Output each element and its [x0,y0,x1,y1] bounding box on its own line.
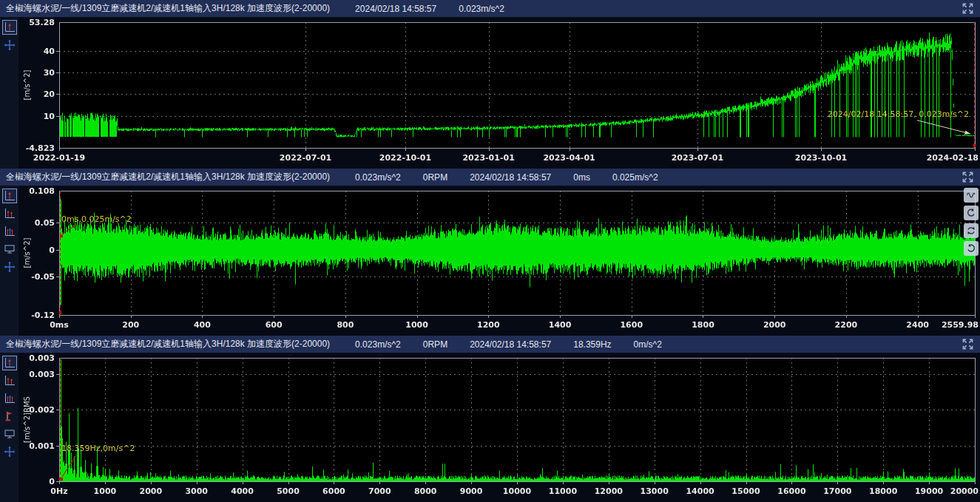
measurement-value: 2024/02/18 14:58:57 [355,4,436,14]
spectrum-panel: 全椒海螺水泥/一线/1309立磨减速机2/减速机1轴输入3H/128k 加速度波… [0,336,980,502]
chart-view-controls [964,188,979,256]
pan-tool[interactable] [2,38,17,52]
measurement-value: 2024/02/18 14:58:57 [470,172,551,183]
history-back-button[interactable] [964,206,979,220]
measurement-point-path: 全椒海螺水泥/一线/1309立磨减速机2/减速机1轴输入3H/128k 加速度波… [6,2,330,15]
trend-status-fields: 2024/02/18 14:58:570.023m/s^2 [355,4,504,14]
history-forward-button[interactable] [964,241,979,256]
harmonic-cursor-tool[interactable] [2,206,17,221]
flag-marker-tool[interactable] [2,409,17,424]
spectrum-status-fields: 0.023m/s^20RPM2024/02/18 14:58:5718.359H… [355,339,662,350]
waveform-view-button[interactable] [964,188,979,203]
waveform-titlebar: 全椒海螺水泥/一线/1309立磨减速机2/减速机1轴输入3H/128k 加速度波… [0,169,980,186]
measurement-point-path: 全椒海螺水泥/一线/1309立磨减速机2/减速机1轴输入3H/128k 加速度波… [6,171,330,183]
trend-chart-canvas[interactable] [18,18,980,169]
measurement-value: 0.023m/s^2 [355,339,401,350]
maximize-icon[interactable] [961,338,974,351]
waveform-panel: 全椒海螺水泥/一线/1309立磨减速机2/减速机1轴输入3H/128k 加速度波… [0,169,980,336]
screenshot-tool[interactable] [2,242,17,257]
measurement-value: 0.023m/s^2 [459,4,504,14]
waveform-status-fields: 0.023m/s^20RPM2024/02/18 14:58:570ms0.02… [355,172,658,183]
measurement-value: 0.025m/s^2 [612,172,658,183]
measurement-value: 0.023m/s^2 [355,172,401,183]
single-cursor-tool[interactable] [2,20,17,35]
pan-tool[interactable] [2,260,17,274]
measurement-value: 18.359Hz [573,339,611,350]
maximize-icon[interactable] [961,171,974,184]
waveform-chart-canvas[interactable] [18,186,980,336]
measurement-point-path: 全椒海螺水泥/一线/1309立磨减速机2/减速机1轴输入3H/128k 加速度波… [6,338,330,350]
single-cursor-tool[interactable] [2,189,17,203]
measurement-value: 0RPM [423,172,447,183]
trend-panel: 全椒海螺水泥/一线/1309立磨减速机2/减速机1轴输入3H/128k 加速度波… [0,0,980,169]
waveform-toolbar [0,186,18,336]
vibration-analysis-app: 全椒海螺水泥/一线/1309立磨减速机2/减速机1轴输入3H/128k 加速度波… [0,0,980,502]
reset-zoom-button[interactable] [964,223,979,238]
measurement-value: 2024/02/18 14:58:57 [470,339,551,350]
trend-toolbar [0,18,18,169]
pan-tool[interactable] [2,444,17,459]
maximize-icon[interactable] [961,2,974,16]
screenshot-tool[interactable] [2,427,17,441]
sideband-cursor-tool[interactable] [2,224,17,239]
harmonic-cursor-tool[interactable] [2,373,17,388]
single-cursor-tool[interactable] [2,356,17,370]
spectrum-toolbar [0,353,18,502]
spectrum-titlebar: 全椒海螺水泥/一线/1309立磨减速机2/减速机1轴输入3H/128k 加速度波… [0,336,980,353]
measurement-value: 0ms [573,172,590,183]
measurement-value: 0m/s^2 [634,339,662,350]
sideband-cursor-tool[interactable] [2,391,17,406]
measurement-value: 0RPM [423,339,447,350]
spectrum-chart-canvas[interactable] [18,353,980,502]
trend-titlebar: 全椒海螺水泥/一线/1309立磨减速机2/减速机1轴输入3H/128k 加速度波… [0,0,980,18]
